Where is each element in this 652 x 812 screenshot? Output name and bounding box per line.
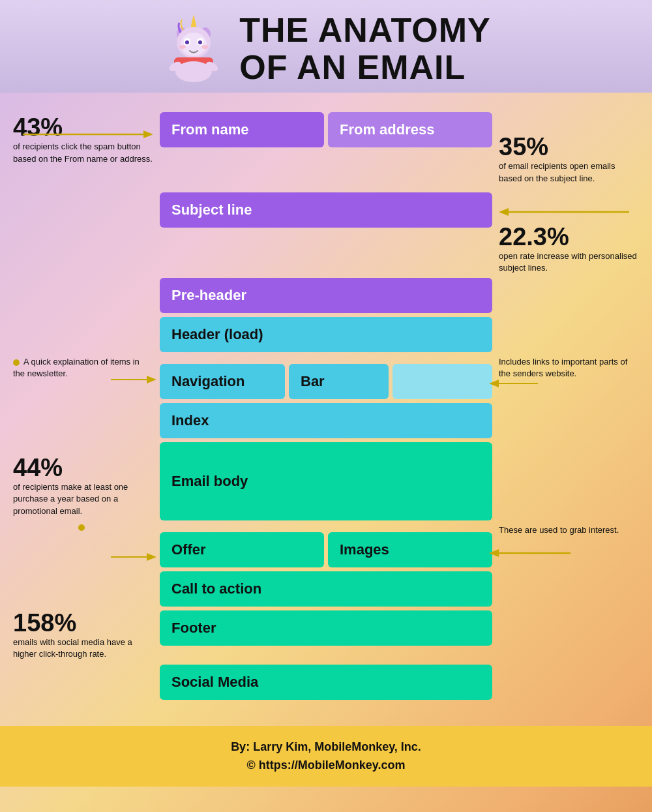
page-container: THE ANATOMY OF AN EMAIL 43% of recipient… (0, 0, 652, 787)
main-content: 43% of recipients click the spam button … (0, 93, 652, 710)
subject-block-row: Subject line (160, 192, 492, 228)
social-media-block: Social Media (160, 665, 492, 700)
bar-block: Bar (289, 364, 389, 399)
navigation-row: A quick explaination of items in the new… (13, 356, 639, 399)
arrow-35-right (492, 200, 632, 220)
cta-row: Call to action (13, 571, 639, 607)
arrow-images-right (492, 539, 632, 558)
stat-158: 158% emails with social media have a hig… (13, 610, 153, 660)
footer-section-row: 158% emails with social media have a hig… (13, 610, 639, 660)
preheader-row: Pre-header (13, 278, 639, 313)
call-to-action-block: Call to action (160, 571, 492, 607)
navigation-block: Navigation (160, 364, 285, 399)
images-right-annotation: These are used to grab interest. (499, 524, 639, 536)
svg-marker-20 (147, 376, 156, 383)
arrow-offer-left (20, 543, 160, 562)
offer-block: Offer (160, 532, 324, 567)
social-row: Social Media (13, 665, 639, 700)
svg-point-8 (198, 40, 202, 44)
page-footer: By: Larry Kim, MobileMonkey, Inc. © http… (0, 726, 652, 787)
index-block: Index (160, 403, 492, 438)
arrow-43-left (20, 121, 160, 141)
svg-marker-26 (147, 553, 156, 561)
index-row: Index (13, 403, 639, 438)
header-section: THE ANATOMY OF AN EMAIL (0, 0, 652, 93)
images-block: Images (328, 532, 492, 567)
subject-row: Subject line 22.3% open rate increase wi… (13, 188, 639, 274)
offer-images-row: Offer Images These are used to grab inte… (13, 524, 639, 567)
from-blocks-row: From name From address (160, 112, 492, 147)
header-load-row: Header (load) (13, 317, 639, 352)
header-title: THE ANATOMY OF AN EMAIL (239, 12, 491, 86)
svg-marker-18 (499, 208, 509, 216)
stat-35: 35% of email recipients open emails base… (499, 134, 639, 184)
from-row: 43% of recipients click the spam button … (13, 108, 639, 184)
stat-223: 22.3% open rate increase with personalis… (499, 224, 639, 274)
header-load-block: Header (load) (160, 317, 492, 352)
svg-point-9 (179, 45, 186, 49)
subject-line-block: Subject line (160, 192, 492, 228)
svg-point-7 (185, 40, 189, 44)
arrow-nav-right (492, 372, 632, 391)
stat-44: 44% of recipients make at least one purc… (13, 455, 153, 517)
pre-header-block: Pre-header (160, 278, 492, 313)
nav-extra-block (393, 364, 492, 399)
arrow-nav-left (20, 368, 160, 387)
email-body-block: Email body (160, 442, 492, 520)
unicorn-icon (161, 13, 226, 85)
footer-line2: © https://MobileMonkey.com (13, 756, 639, 775)
from-address-block: From address (328, 112, 492, 147)
svg-point-10 (201, 45, 208, 49)
email-body-row: 44% of recipients make at least one purc… (13, 442, 639, 520)
footer-line1: By: Larry Kim, MobileMonkey, Inc. (13, 738, 639, 757)
footer-block: Footer (160, 610, 492, 646)
from-name-block: From name (160, 112, 324, 147)
svg-marker-16 (143, 130, 153, 138)
